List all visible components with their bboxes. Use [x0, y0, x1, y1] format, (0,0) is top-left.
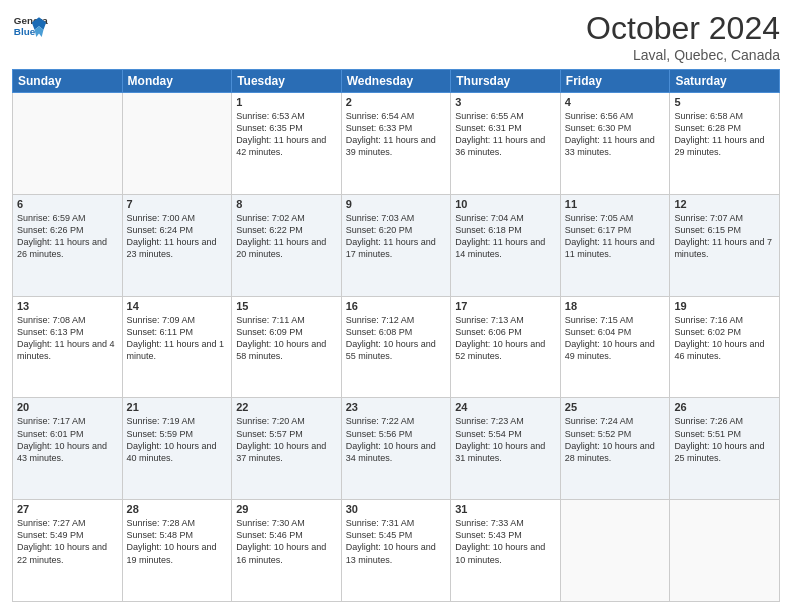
day-number: 13	[17, 300, 118, 312]
day-cell: 28Sunrise: 7:28 AM Sunset: 5:48 PM Dayli…	[122, 500, 232, 602]
day-info: Sunrise: 7:08 AM Sunset: 6:13 PM Dayligh…	[17, 314, 118, 363]
day-cell: 31Sunrise: 7:33 AM Sunset: 5:43 PM Dayli…	[451, 500, 561, 602]
day-info: Sunrise: 7:16 AM Sunset: 6:02 PM Dayligh…	[674, 314, 775, 363]
day-cell: 20Sunrise: 7:17 AM Sunset: 6:01 PM Dayli…	[13, 398, 123, 500]
day-number: 20	[17, 401, 118, 413]
day-info: Sunrise: 7:30 AM Sunset: 5:46 PM Dayligh…	[236, 517, 337, 566]
day-number: 31	[455, 503, 556, 515]
day-cell: 22Sunrise: 7:20 AM Sunset: 5:57 PM Dayli…	[232, 398, 342, 500]
day-info: Sunrise: 7:33 AM Sunset: 5:43 PM Dayligh…	[455, 517, 556, 566]
day-cell	[560, 500, 670, 602]
day-number: 6	[17, 198, 118, 210]
day-number: 22	[236, 401, 337, 413]
day-number: 19	[674, 300, 775, 312]
day-cell: 14Sunrise: 7:09 AM Sunset: 6:11 PM Dayli…	[122, 296, 232, 398]
logo: General Blue	[12, 10, 48, 46]
day-number: 18	[565, 300, 666, 312]
day-info: Sunrise: 7:11 AM Sunset: 6:09 PM Dayligh…	[236, 314, 337, 363]
day-info: Sunrise: 6:54 AM Sunset: 6:33 PM Dayligh…	[346, 110, 447, 159]
day-number: 21	[127, 401, 228, 413]
day-cell: 10Sunrise: 7:04 AM Sunset: 6:18 PM Dayli…	[451, 194, 561, 296]
col-header-friday: Friday	[560, 70, 670, 93]
day-number: 10	[455, 198, 556, 210]
day-cell: 15Sunrise: 7:11 AM Sunset: 6:09 PM Dayli…	[232, 296, 342, 398]
day-cell: 3Sunrise: 6:55 AM Sunset: 6:31 PM Daylig…	[451, 93, 561, 195]
day-number: 4	[565, 96, 666, 108]
day-info: Sunrise: 7:13 AM Sunset: 6:06 PM Dayligh…	[455, 314, 556, 363]
day-info: Sunrise: 7:02 AM Sunset: 6:22 PM Dayligh…	[236, 212, 337, 261]
day-number: 9	[346, 198, 447, 210]
day-number: 8	[236, 198, 337, 210]
day-info: Sunrise: 7:22 AM Sunset: 5:56 PM Dayligh…	[346, 415, 447, 464]
day-number: 5	[674, 96, 775, 108]
svg-text:Blue: Blue	[14, 26, 36, 37]
day-number: 11	[565, 198, 666, 210]
title-area: October 2024 Laval, Quebec, Canada	[586, 10, 780, 63]
day-number: 3	[455, 96, 556, 108]
day-number: 12	[674, 198, 775, 210]
col-header-thursday: Thursday	[451, 70, 561, 93]
day-number: 25	[565, 401, 666, 413]
day-cell: 24Sunrise: 7:23 AM Sunset: 5:54 PM Dayli…	[451, 398, 561, 500]
day-info: Sunrise: 7:26 AM Sunset: 5:51 PM Dayligh…	[674, 415, 775, 464]
week-row-4: 20Sunrise: 7:17 AM Sunset: 6:01 PM Dayli…	[13, 398, 780, 500]
day-number: 1	[236, 96, 337, 108]
day-info: Sunrise: 6:53 AM Sunset: 6:35 PM Dayligh…	[236, 110, 337, 159]
day-cell: 13Sunrise: 7:08 AM Sunset: 6:13 PM Dayli…	[13, 296, 123, 398]
day-info: Sunrise: 7:09 AM Sunset: 6:11 PM Dayligh…	[127, 314, 228, 363]
day-info: Sunrise: 7:23 AM Sunset: 5:54 PM Dayligh…	[455, 415, 556, 464]
day-info: Sunrise: 7:03 AM Sunset: 6:20 PM Dayligh…	[346, 212, 447, 261]
day-cell: 29Sunrise: 7:30 AM Sunset: 5:46 PM Dayli…	[232, 500, 342, 602]
col-header-saturday: Saturday	[670, 70, 780, 93]
day-cell: 7Sunrise: 7:00 AM Sunset: 6:24 PM Daylig…	[122, 194, 232, 296]
day-info: Sunrise: 7:12 AM Sunset: 6:08 PM Dayligh…	[346, 314, 447, 363]
day-cell: 6Sunrise: 6:59 AM Sunset: 6:26 PM Daylig…	[13, 194, 123, 296]
day-cell: 8Sunrise: 7:02 AM Sunset: 6:22 PM Daylig…	[232, 194, 342, 296]
day-info: Sunrise: 7:04 AM Sunset: 6:18 PM Dayligh…	[455, 212, 556, 261]
day-cell: 4Sunrise: 6:56 AM Sunset: 6:30 PM Daylig…	[560, 93, 670, 195]
day-cell: 19Sunrise: 7:16 AM Sunset: 6:02 PM Dayli…	[670, 296, 780, 398]
day-number: 27	[17, 503, 118, 515]
week-row-2: 6Sunrise: 6:59 AM Sunset: 6:26 PM Daylig…	[13, 194, 780, 296]
week-row-5: 27Sunrise: 7:27 AM Sunset: 5:49 PM Dayli…	[13, 500, 780, 602]
day-number: 29	[236, 503, 337, 515]
day-info: Sunrise: 7:07 AM Sunset: 6:15 PM Dayligh…	[674, 212, 775, 261]
day-cell: 1Sunrise: 6:53 AM Sunset: 6:35 PM Daylig…	[232, 93, 342, 195]
day-info: Sunrise: 7:05 AM Sunset: 6:17 PM Dayligh…	[565, 212, 666, 261]
day-cell: 26Sunrise: 7:26 AM Sunset: 5:51 PM Dayli…	[670, 398, 780, 500]
week-row-3: 13Sunrise: 7:08 AM Sunset: 6:13 PM Dayli…	[13, 296, 780, 398]
day-number: 26	[674, 401, 775, 413]
day-cell	[122, 93, 232, 195]
day-cell: 2Sunrise: 6:54 AM Sunset: 6:33 PM Daylig…	[341, 93, 451, 195]
col-header-wednesday: Wednesday	[341, 70, 451, 93]
day-info: Sunrise: 6:55 AM Sunset: 6:31 PM Dayligh…	[455, 110, 556, 159]
day-cell: 27Sunrise: 7:27 AM Sunset: 5:49 PM Dayli…	[13, 500, 123, 602]
day-number: 7	[127, 198, 228, 210]
col-header-monday: Monday	[122, 70, 232, 93]
day-cell: 11Sunrise: 7:05 AM Sunset: 6:17 PM Dayli…	[560, 194, 670, 296]
day-cell: 17Sunrise: 7:13 AM Sunset: 6:06 PM Dayli…	[451, 296, 561, 398]
day-info: Sunrise: 7:20 AM Sunset: 5:57 PM Dayligh…	[236, 415, 337, 464]
header: General Blue October 2024 Laval, Quebec,…	[12, 10, 780, 63]
day-info: Sunrise: 7:24 AM Sunset: 5:52 PM Dayligh…	[565, 415, 666, 464]
day-cell	[13, 93, 123, 195]
day-info: Sunrise: 6:58 AM Sunset: 6:28 PM Dayligh…	[674, 110, 775, 159]
day-cell: 25Sunrise: 7:24 AM Sunset: 5:52 PM Dayli…	[560, 398, 670, 500]
day-number: 14	[127, 300, 228, 312]
day-cell: 30Sunrise: 7:31 AM Sunset: 5:45 PM Dayli…	[341, 500, 451, 602]
day-number: 23	[346, 401, 447, 413]
day-cell: 16Sunrise: 7:12 AM Sunset: 6:08 PM Dayli…	[341, 296, 451, 398]
day-info: Sunrise: 7:31 AM Sunset: 5:45 PM Dayligh…	[346, 517, 447, 566]
day-info: Sunrise: 7:15 AM Sunset: 6:04 PM Dayligh…	[565, 314, 666, 363]
day-number: 15	[236, 300, 337, 312]
day-cell	[670, 500, 780, 602]
day-cell: 9Sunrise: 7:03 AM Sunset: 6:20 PM Daylig…	[341, 194, 451, 296]
day-cell: 12Sunrise: 7:07 AM Sunset: 6:15 PM Dayli…	[670, 194, 780, 296]
day-cell: 18Sunrise: 7:15 AM Sunset: 6:04 PM Dayli…	[560, 296, 670, 398]
day-info: Sunrise: 7:00 AM Sunset: 6:24 PM Dayligh…	[127, 212, 228, 261]
col-header-sunday: Sunday	[13, 70, 123, 93]
day-number: 17	[455, 300, 556, 312]
location-subtitle: Laval, Quebec, Canada	[586, 47, 780, 63]
day-info: Sunrise: 6:59 AM Sunset: 6:26 PM Dayligh…	[17, 212, 118, 261]
day-info: Sunrise: 7:17 AM Sunset: 6:01 PM Dayligh…	[17, 415, 118, 464]
